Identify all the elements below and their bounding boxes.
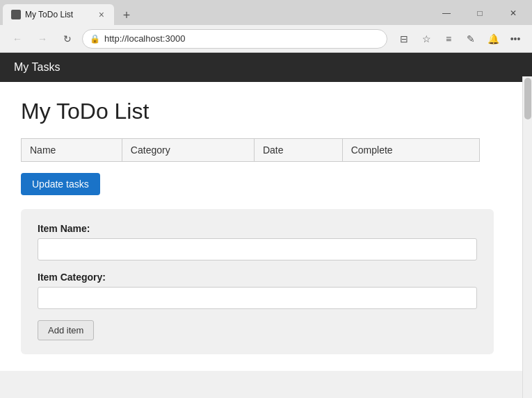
toolbar-icons: ⊟ ☆ ≡ ✎ 🔔 ••• (394, 29, 525, 49)
active-tab[interactable]: My ToDo List × (3, 4, 114, 25)
minimize-button[interactable]: — (430, 1, 462, 25)
reading-mode-icon[interactable]: ⊟ (394, 29, 414, 49)
app-header-title: My Tasks (14, 61, 60, 73)
notifications-icon[interactable]: 🔔 (483, 29, 503, 49)
more-options-icon[interactable]: ••• (506, 29, 525, 49)
item-name-label: Item Name: (38, 223, 477, 234)
edit-icon[interactable]: ✎ (461, 29, 481, 49)
refresh-button[interactable]: ↻ (57, 29, 78, 49)
tab-bar: My ToDo List × + — □ ✕ (0, 0, 532, 25)
scrollbar[interactable] (522, 76, 532, 398)
menu-icon[interactable]: ≡ (439, 29, 458, 49)
item-name-input[interactable] (38, 238, 477, 260)
address-bar: ← → ↻ 🔒 http://localhost:3000 ⊟ ☆ ≡ ✎ 🔔 … (0, 25, 532, 53)
url-bar[interactable]: 🔒 http://localhost:3000 (82, 29, 387, 49)
back-button[interactable]: ← (7, 29, 28, 49)
close-button[interactable]: ✕ (497, 1, 529, 25)
favorites-icon[interactable]: ☆ (417, 29, 436, 49)
col-category: Category (122, 139, 254, 162)
col-date: Date (254, 139, 342, 162)
item-category-input[interactable] (38, 287, 477, 309)
app-content: My ToDo List Name Category Date Complete… (0, 82, 532, 371)
lock-icon: 🔒 (90, 34, 100, 44)
forward-button[interactable]: → (32, 29, 53, 49)
tab-title: My ToDo List (25, 10, 73, 19)
new-tab-button[interactable]: + (117, 6, 136, 25)
browser-chrome: My ToDo List × + — □ ✕ ← → ↻ 🔒 http://lo… (0, 0, 532, 53)
tab-close-button[interactable]: × (97, 10, 106, 19)
task-table: Name Category Date Complete (21, 138, 480, 162)
page-title: My ToDo List (21, 99, 511, 124)
maximize-button[interactable]: □ (464, 1, 496, 25)
app-header: My Tasks (0, 53, 532, 82)
update-tasks-button[interactable]: Update tasks (21, 173, 100, 195)
add-item-form: Item Name: Item Category: Add item (21, 209, 494, 354)
table-header-row: Name Category Date Complete (22, 139, 480, 162)
col-complete: Complete (342, 139, 479, 162)
item-category-label: Item Category: (38, 272, 477, 283)
tab-favicon (11, 10, 21, 19)
window-controls: — □ ✕ (430, 1, 529, 25)
add-item-button[interactable]: Add item (38, 320, 94, 340)
col-name: Name (22, 139, 122, 162)
scrollbar-thumb[interactable] (524, 78, 531, 119)
url-text: http://localhost:3000 (104, 33, 185, 44)
